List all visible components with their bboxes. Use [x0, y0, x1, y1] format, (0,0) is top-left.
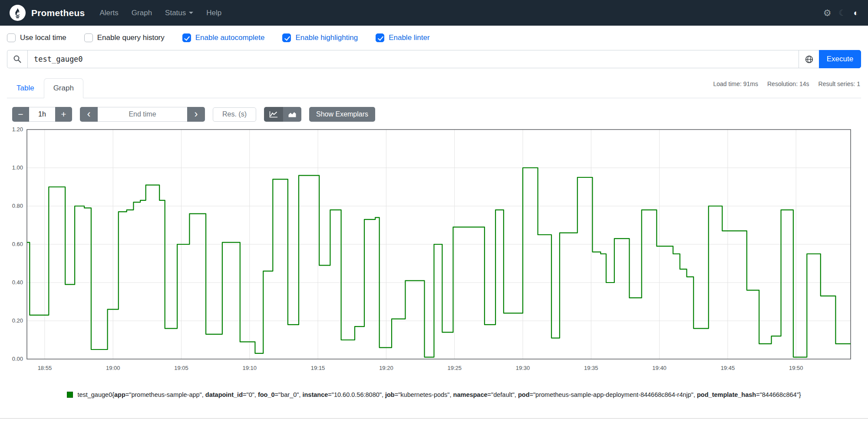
- stat-load-time: Load time: 91ms: [713, 80, 759, 87]
- caret-down-icon: [189, 12, 193, 14]
- svg-text:19:05: 19:05: [174, 365, 188, 371]
- brand[interactable]: Prometheus: [10, 5, 85, 21]
- settings-gear-icon[interactable]: ⚙: [823, 8, 832, 17]
- stacked-chart-toggle-button[interactable]: [283, 107, 301, 122]
- time-forward-button[interactable]: ›: [187, 107, 205, 122]
- checkbox-box[interactable]: [7, 33, 16, 42]
- checkbox-box[interactable]: [282, 33, 291, 42]
- range-control-group: − +: [12, 107, 72, 122]
- graph-chart-container: 0.000.200.400.600.801.001.2018:5519:0019…: [6, 125, 862, 386]
- nav-link-help[interactable]: Help: [206, 9, 221, 17]
- svg-text:0.40: 0.40: [12, 279, 23, 286]
- svg-text:0.00: 0.00: [12, 356, 23, 362]
- svg-text:1.00: 1.00: [12, 164, 23, 171]
- tab-table[interactable]: Table: [7, 78, 44, 98]
- checkbox-label: Enable linter: [389, 33, 430, 42]
- nav-link-label: Status: [165, 9, 186, 17]
- svg-text:19:25: 19:25: [447, 365, 462, 371]
- checkbox-box[interactable]: [182, 33, 191, 42]
- metrics-explorer-globe-icon: [805, 55, 813, 63]
- legend-series-label: test_gauge0{app="prometheus-sample-app",…: [77, 391, 801, 398]
- svg-text:19:15: 19:15: [311, 365, 325, 371]
- svg-text:1.20: 1.20: [12, 126, 23, 133]
- checkbox-box[interactable]: [376, 33, 384, 42]
- execute-button[interactable]: Execute: [819, 50, 861, 68]
- svg-text:18:55: 18:55: [38, 365, 52, 371]
- checkbox-use-local-time[interactable]: Use local time: [7, 33, 66, 42]
- show-exemplars-button[interactable]: Show Exemplars: [309, 107, 375, 122]
- svg-text:19:30: 19:30: [516, 365, 530, 371]
- legend-swatch: [67, 392, 73, 398]
- tabs-row: Table Graph Load time: 91ms Resolution: …: [7, 77, 861, 98]
- nav-link-label: Help: [206, 9, 221, 17]
- svg-text:0.60: 0.60: [12, 241, 23, 247]
- endtime-control-group: ‹ ›: [80, 107, 205, 122]
- nav-link-alerts[interactable]: Alerts: [99, 9, 118, 17]
- theme-moon-icon[interactable]: ☾: [838, 9, 846, 17]
- query-stats: Load time: 91ms Resolution: 14s Result s…: [713, 80, 861, 87]
- legend-row[interactable]: test_gauge0{app="prometheus-sample-app",…: [0, 391, 868, 398]
- search-addon: [7, 50, 27, 68]
- line-chart-icon: [269, 111, 278, 118]
- range-decrease-button[interactable]: −: [12, 107, 29, 122]
- checkbox-box[interactable]: [84, 33, 93, 42]
- query-options-row: Use local time Enable query history Enab…: [0, 26, 868, 48]
- checkbox-enable-linter[interactable]: Enable linter: [376, 33, 430, 42]
- svg-text:19:00: 19:00: [106, 365, 120, 371]
- nav-link-label: Alerts: [99, 9, 118, 17]
- navbar: Prometheus Alerts Graph Status Help ⚙ ☾ …: [0, 0, 868, 26]
- query-row: Execute: [0, 50, 868, 68]
- svg-text:0.80: 0.80: [12, 203, 23, 209]
- svg-text:19:40: 19:40: [652, 365, 667, 371]
- checkbox-enable-query-history[interactable]: Enable query history: [84, 33, 165, 42]
- tab-graph[interactable]: Graph: [44, 78, 83, 98]
- end-time-input[interactable]: [98, 107, 187, 122]
- stat-result-series: Result series: 1: [818, 80, 860, 87]
- svg-text:19:20: 19:20: [379, 365, 393, 371]
- nav-links: Alerts Graph Status Help: [99, 9, 221, 17]
- graph-controls: − + ‹ › Show Exemplars: [12, 107, 856, 122]
- checkbox-label: Enable highlighting: [295, 33, 358, 42]
- checkbox-enable-autocomplete[interactable]: Enable autocomplete: [182, 33, 265, 42]
- bottom-divider: [0, 418, 868, 419]
- theme-contrast-icon[interactable]: ◐: [854, 9, 858, 17]
- checkbox-enable-highlighting[interactable]: Enable highlighting: [282, 33, 358, 42]
- checkbox-label: Enable autocomplete: [195, 33, 265, 42]
- app-title: Prometheus: [31, 8, 85, 18]
- checkbox-label: Enable query history: [97, 33, 165, 42]
- svg-text:19:50: 19:50: [789, 365, 803, 371]
- nav-link-graph[interactable]: Graph: [132, 9, 152, 17]
- line-chart-toggle-button[interactable]: [264, 107, 283, 122]
- range-input[interactable]: [29, 107, 55, 122]
- navbar-right: ⚙ ☾ ◐: [823, 8, 858, 17]
- graph-panel: − + ‹ › Show Exemplars 0.0: [0, 107, 868, 398]
- svg-text:19:10: 19:10: [243, 365, 257, 371]
- nav-link-status[interactable]: Status: [165, 9, 193, 17]
- metrics-explorer-addon[interactable]: [799, 50, 819, 68]
- stat-resolution: Resolution: 14s: [767, 80, 809, 87]
- svg-text:0.20: 0.20: [12, 317, 23, 324]
- checkbox-label: Use local time: [20, 33, 66, 42]
- graph-chart[interactable]: 0.000.200.400.600.801.001.2018:5519:0019…: [6, 125, 862, 386]
- range-increase-button[interactable]: +: [55, 107, 72, 122]
- svg-text:19:35: 19:35: [584, 365, 598, 371]
- expression-input[interactable]: [27, 50, 799, 68]
- nav-link-label: Graph: [132, 9, 152, 17]
- stacked-chart-icon: [288, 111, 297, 118]
- time-back-button[interactable]: ‹: [80, 107, 98, 122]
- chart-type-toggle-group: [264, 107, 301, 122]
- resolution-input[interactable]: [213, 107, 256, 122]
- prometheus-logo-icon: [10, 5, 26, 21]
- search-icon: [13, 55, 22, 63]
- svg-text:19:45: 19:45: [721, 365, 735, 371]
